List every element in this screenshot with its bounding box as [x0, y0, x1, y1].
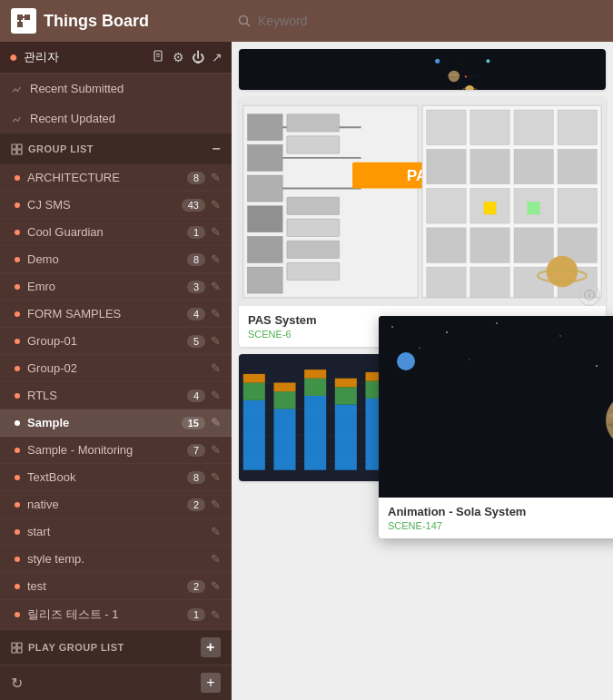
tooltip-card[interactable]: Animation - Sola System SCENE-147 ⓘ: [379, 316, 613, 538]
svg-rect-15: [17, 643, 22, 647]
group-dot: [15, 202, 20, 208]
svg-rect-72: [470, 149, 509, 183]
svg-point-46: [449, 76, 460, 78]
group-name: style temp.: [27, 552, 211, 566]
sidebar-item-group-02[interactable]: Group-02 ✎: [0, 355, 232, 382]
edit-icon[interactable]: ✎: [211, 498, 221, 511]
search-input[interactable]: [258, 14, 602, 28]
logo-icon: [11, 8, 36, 34]
edit-icon[interactable]: ✎: [211, 470, 221, 484]
sidebar-item-test[interactable]: test 2 ✎: [0, 573, 232, 600]
group-dot: [15, 420, 20, 426]
card-pas-system[interactable]: PAS: [239, 97, 606, 347]
recent-updated-label: Recent Updated: [30, 112, 115, 125]
svg-rect-2: [17, 22, 23, 27]
group-dot: [15, 502, 20, 508]
search-bar[interactable]: [238, 14, 602, 28]
group-dot: [15, 529, 20, 535]
svg-rect-87: [483, 202, 496, 214]
card-text: PAS System SCENE-6: [248, 313, 317, 340]
sidebar-item-cool-guardian[interactable]: Cool Guardian 1 ✎: [0, 219, 232, 246]
sidebar-item-sample-monitoring[interactable]: Sample - Monitoring 7 ✎: [0, 437, 232, 464]
tooltip-info: Animation - Sola System SCENE-147 ⓘ: [379, 498, 613, 538]
external-icon[interactable]: ↗: [212, 50, 222, 65]
edit-icon[interactable]: ✎: [211, 280, 221, 293]
play-group-list-header: PLAY GROUP LIST +: [0, 630, 232, 665]
file-icon[interactable]: [153, 50, 165, 65]
add-group-button[interactable]: +: [201, 673, 221, 693]
svg-rect-96: [243, 400, 265, 470]
svg-rect-63: [287, 219, 340, 236]
power-icon[interactable]: ⏻: [192, 50, 204, 65]
sidebar-item-start[interactable]: start ✎: [0, 518, 232, 546]
edit-icon[interactable]: ✎: [211, 198, 221, 212]
group-count: 2: [187, 498, 205, 511]
add-play-group-button[interactable]: +: [201, 637, 221, 657]
tooltip-scene: SCENE-147: [388, 520, 526, 531]
group-list-toggle[interactable]: −: [212, 141, 221, 157]
svg-rect-54: [248, 267, 282, 293]
sidebar-item-style-temp[interactable]: style temp. ✎: [0, 546, 232, 573]
sidebar-item-architecture[interactable]: ARCHITECTURE 8 ✎: [0, 164, 232, 192]
play-group-list-label: PLAY GROUP LIST: [28, 642, 124, 653]
group-dot: [15, 393, 20, 399]
svg-rect-80: [470, 228, 509, 262]
svg-point-137: [496, 322, 498, 324]
edit-icon[interactable]: ✎: [211, 334, 221, 348]
group-name: Cool Guardian: [27, 225, 187, 239]
edit-icon[interactable]: ✎: [211, 443, 221, 457]
card-preview-solar: [239, 49, 606, 90]
edit-icon[interactable]: ✎: [211, 389, 221, 402]
edit-icon[interactable]: ✎: [211, 608, 221, 622]
edit-icon[interactable]: ✎: [211, 579, 221, 593]
edit-icon[interactable]: ✎: [211, 552, 221, 566]
group-count: 8: [187, 172, 205, 184]
card-solar-system[interactable]: Animation - Sola System SCENE-147 ⓘ: [239, 49, 606, 90]
recent-submitted-label: Recent Submitted: [30, 82, 124, 95]
group-name: 릴리즈 테스트 - 1: [27, 606, 187, 623]
edit-icon[interactable]: ✎: [211, 252, 221, 266]
sidebar-item-release-test-1[interactable]: 릴리즈 테스트 - 1 1 ✎: [0, 600, 232, 630]
pas-info-icon[interactable]: ⓘ: [578, 284, 600, 306]
sidebar-item-rtls[interactable]: RTLS 4 ✎: [0, 382, 232, 409]
group-name: Sample: [27, 416, 182, 429]
svg-rect-14: [12, 643, 16, 647]
group-name: CJ SMS: [27, 198, 182, 212]
card-preview-pas: PAS: [239, 97, 606, 306]
edit-icon[interactable]: ✎: [211, 361, 221, 375]
edit-icon[interactable]: ✎: [211, 416, 221, 429]
group-dot: [15, 584, 20, 589]
group-name: Group-02: [27, 361, 211, 375]
svg-point-134: [419, 347, 420, 349]
gear-icon[interactable]: ⚙: [173, 50, 184, 65]
sidebar-item-native[interactable]: native 2 ✎: [0, 491, 232, 518]
sidebar-item-textbook[interactable]: TextBook 8 ✎: [0, 464, 232, 491]
user-name: 관리자: [24, 49, 147, 65]
sidebar-item-form-samples[interactable]: FORM SAMPLES 4 ✎: [0, 301, 232, 328]
app-header: Things Board: [0, 0, 613, 42]
group-dot: [15, 366, 20, 371]
sidebar-item-group-01[interactable]: Group-01 5 ✎: [0, 328, 232, 355]
sidebar-item-emro[interactable]: Emro 3 ✎: [0, 273, 232, 301]
svg-rect-103: [304, 379, 326, 396]
group-list: ARCHITECTURE 8 ✎ CJ SMS 43 ✎ Cool Guardi…: [0, 164, 232, 630]
main-layout: ● 관리자 ⚙ ⏻ ↗ Recent Submitted Recent Upda…: [0, 42, 613, 700]
sidebar-item-demo[interactable]: Demo 8 ✎: [0, 246, 232, 273]
edit-icon[interactable]: ✎: [211, 525, 221, 538]
svg-rect-78: [558, 189, 597, 223]
svg-point-36: [435, 59, 440, 64]
group-name: native: [27, 498, 187, 511]
sidebar-item-recent-updated[interactable]: Recent Updated: [0, 104, 232, 133]
group-list-title: GROUP LIST: [11, 143, 212, 155]
svg-line-6: [247, 24, 251, 27]
svg-rect-79: [427, 228, 466, 262]
refresh-icon[interactable]: ↻: [11, 675, 23, 692]
edit-icon[interactable]: ✎: [211, 307, 221, 320]
sidebar-item-cj-sms[interactable]: CJ SMS 43 ✎: [0, 192, 232, 219]
edit-icon[interactable]: ✎: [211, 171, 221, 184]
sidebar-item-sample[interactable]: Sample 15 ✎: [0, 409, 232, 437]
group-count: 1: [187, 608, 205, 621]
sidebar-item-recent-submitted[interactable]: Recent Submitted: [0, 74, 232, 104]
group-count: 3: [187, 281, 205, 293]
edit-icon[interactable]: ✎: [211, 225, 221, 239]
